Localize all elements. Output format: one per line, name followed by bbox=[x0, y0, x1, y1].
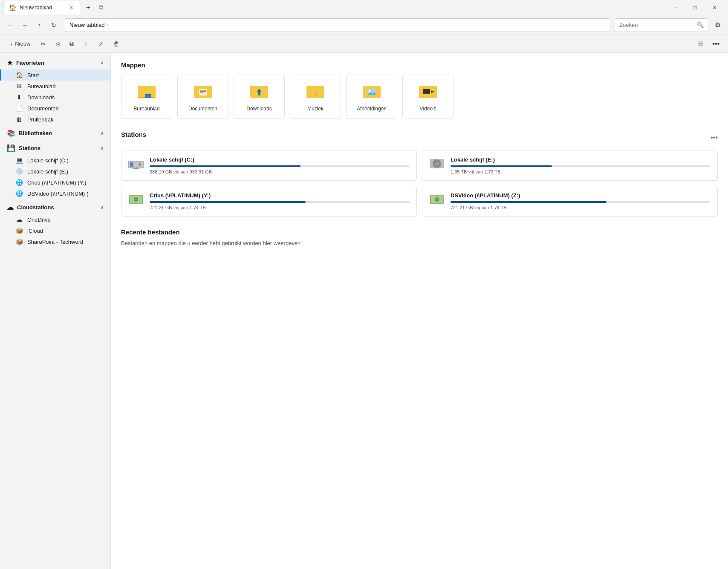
folder-bureaublad-icon bbox=[138, 82, 156, 102]
station-c-drive[interactable]: Lokale schijf (C:) 388,19 GB vrij van 93… bbox=[121, 150, 417, 181]
restore-button[interactable]: □ bbox=[685, 0, 705, 15]
paste-button[interactable]: ⧉ bbox=[65, 38, 78, 49]
svg-point-42 bbox=[436, 199, 438, 200]
y-drive-icon bbox=[128, 194, 144, 209]
address-bar[interactable]: Nieuw tabblad › bbox=[65, 18, 610, 32]
sidebar-item-documenten[interactable]: 📄 Documenten bbox=[0, 103, 110, 114]
copy-icon: ⎘ bbox=[56, 40, 59, 47]
share-icon: ↗ bbox=[98, 40, 103, 47]
new-button[interactable]: + Nieuw bbox=[5, 39, 35, 49]
sidebar: ★ Favorieten ∧ 🏠 Start 🖥 Bureaublad ⬇ Do… bbox=[0, 53, 111, 569]
folder-muziek-icon: ♪ bbox=[306, 82, 324, 102]
c-drive-info: Lokale schijf (C:) 388,19 GB vrij van 93… bbox=[150, 156, 410, 174]
search-bar[interactable]: 🔍 bbox=[615, 18, 708, 32]
z-drive-bar-bg bbox=[451, 201, 711, 203]
c-drive-bar-bg bbox=[150, 165, 410, 167]
sidebar-item-onedrive[interactable]: ☁ OneDrive bbox=[0, 214, 110, 225]
refresh-button[interactable]: ↻ bbox=[47, 18, 61, 32]
duplicate-tab-button[interactable]: ⧉ bbox=[95, 1, 107, 14]
onedrive-icon: ☁ bbox=[15, 216, 23, 223]
folder-muziek-label: Muziek bbox=[307, 106, 324, 112]
e-drive-bar-fill bbox=[451, 165, 552, 167]
stations-icon: 💾 bbox=[7, 144, 15, 152]
e-drive-info: Lokale schijf (E:) 1,65 TB vrij van 2,73… bbox=[451, 156, 711, 174]
icloud-icon: 📦 bbox=[15, 227, 23, 234]
folder-downloads-icon bbox=[250, 82, 268, 102]
delete-button[interactable]: 🗑 bbox=[109, 39, 124, 49]
close-button[interactable]: ✕ bbox=[705, 0, 725, 15]
sidebar-header-stations[interactable]: 💾 Stations ∧ bbox=[0, 142, 110, 155]
y-drive-bar-fill bbox=[150, 201, 306, 203]
view-button[interactable]: ⊞ bbox=[694, 37, 708, 51]
folder-videos[interactable]: Video's bbox=[402, 75, 454, 119]
folder-afbeeldingen[interactable]: Afbeeldingen bbox=[346, 75, 397, 119]
new-label: Nieuw bbox=[15, 40, 30, 47]
new-tab-button[interactable]: + bbox=[82, 1, 95, 14]
tab-home-icon: 🏠 bbox=[9, 4, 16, 11]
settings-button[interactable]: ⚙ bbox=[711, 18, 725, 32]
folder-downloads[interactable]: Downloads bbox=[234, 75, 285, 119]
favorieten-chevron-icon: ∧ bbox=[101, 61, 104, 65]
sidebar-item-prullenbak[interactable]: 🗑 Prullenbak bbox=[0, 114, 110, 125]
stations-chevron-icon: ∧ bbox=[101, 146, 104, 150]
sidebar-item-bureaublad[interactable]: 🖥 Bureaublad bbox=[0, 81, 110, 92]
sidebar-item-e-drive[interactable]: 💿 Lokale schijf (E:) bbox=[0, 166, 110, 177]
forward-button[interactable]: → bbox=[18, 18, 32, 32]
sidebar-item-downloads[interactable]: ⬇ Downloads bbox=[0, 92, 110, 103]
cloudstations-icon: ☁ bbox=[7, 203, 14, 211]
minimize-button[interactable]: − bbox=[666, 0, 685, 15]
sidebar-header-bibliotheken[interactable]: 📚 Bibliotheken ∧ bbox=[0, 127, 110, 140]
cmd-right-area: ⊞ ••• bbox=[694, 37, 723, 51]
sidebar-item-y-drive[interactable]: 🌐 Crius (\\PLATINUM) (Y:) bbox=[0, 177, 110, 188]
y-drive-name: Crius (\\PLATINUM) (Y:) bbox=[150, 192, 410, 199]
svg-point-20 bbox=[369, 90, 371, 92]
sidebar-item-c-drive[interactable]: 💻 Lokale schijf (C:) bbox=[0, 155, 110, 166]
start-icon: 🏠 bbox=[15, 72, 23, 78]
station-e-drive[interactable]: Lokale schijf (E:) 1,65 TB vrij van 2,73… bbox=[422, 150, 718, 181]
stations-more-button[interactable]: ••• bbox=[711, 134, 718, 142]
active-tab[interactable]: 🏠 Nieuw tabblad ✕ bbox=[3, 1, 80, 14]
sidebar-item-start[interactable]: 🏠 Start bbox=[0, 69, 110, 81]
c-drive-icon bbox=[128, 158, 144, 173]
tab-close-button[interactable]: ✕ bbox=[68, 5, 75, 11]
sharepoint-icon: 📦 bbox=[15, 238, 23, 245]
paste-icon: ⧉ bbox=[69, 40, 74, 47]
documenten-icon: 📄 bbox=[15, 105, 23, 112]
svg-rect-7 bbox=[199, 89, 207, 95]
sidebar-item-z-drive[interactable]: 🌐 DSVideo (\\PLATINUM) ( bbox=[0, 188, 110, 199]
sidebar-header-cloudstations[interactable]: ☁ Cloudstations ∧ bbox=[0, 201, 110, 214]
cut-button[interactable]: ✂ bbox=[36, 39, 50, 49]
station-y-drive[interactable]: Crius (\\PLATINUM) (Y:) 721,21 GB vrij v… bbox=[121, 186, 417, 217]
sidebar-item-onedrive-label: OneDrive bbox=[27, 217, 51, 223]
svg-rect-30 bbox=[133, 168, 139, 169]
copy-button[interactable]: ⎘ bbox=[52, 39, 64, 49]
up-button[interactable]: ↑ bbox=[32, 18, 46, 32]
station-z-drive[interactable]: DSVideo (\\PLATINUM) (Z:) 721,21 GB vrij… bbox=[422, 186, 718, 217]
folder-muziek[interactable]: ♪ Muziek bbox=[290, 75, 341, 119]
sidebar-item-z-drive-label: DSVideo (\\PLATINUM) ( bbox=[27, 191, 88, 197]
sidebar-section-favorieten: ★ Favorieten ∧ 🏠 Start 🖥 Bureaublad ⬇ Do… bbox=[0, 56, 110, 125]
favorieten-icon: ★ bbox=[7, 59, 13, 67]
sidebar-header-stations-label: Stations bbox=[19, 145, 40, 151]
folder-documenten[interactable]: Documenten bbox=[177, 75, 228, 119]
svg-rect-4 bbox=[146, 95, 150, 98]
folder-bureaublad[interactable]: Bureaublad bbox=[121, 75, 172, 119]
window-controls: − □ ✕ bbox=[666, 0, 725, 15]
back-button[interactable]: ← bbox=[3, 18, 17, 32]
folder-documenten-label: Documenten bbox=[188, 106, 217, 112]
e-drive-sidebar-icon: 💿 bbox=[15, 168, 23, 175]
stations-section-header: Stations ••• bbox=[121, 131, 718, 144]
share-button[interactable]: ↗ bbox=[94, 39, 107, 49]
sidebar-item-sharepoint[interactable]: 📦 SharePoint - Techword bbox=[0, 236, 110, 247]
stations-section: Stations ••• Lokale sc bbox=[121, 131, 718, 217]
more-button[interactable]: ••• bbox=[709, 37, 723, 51]
search-input[interactable] bbox=[619, 22, 693, 28]
rename-button[interactable]: T bbox=[80, 39, 92, 49]
c-drive-bar-fill bbox=[150, 165, 300, 167]
svg-rect-10 bbox=[200, 92, 204, 93]
recent-section-title: Recente bestanden bbox=[121, 228, 718, 236]
sidebar-header-favorieten[interactable]: ★ Favorieten ∧ bbox=[0, 56, 110, 69]
folders-section: Mappen Bureaublad bbox=[121, 61, 718, 119]
sidebar-item-icloud[interactable]: 📦 iCloud bbox=[0, 225, 110, 236]
prullenbak-icon: 🗑 bbox=[15, 116, 23, 123]
